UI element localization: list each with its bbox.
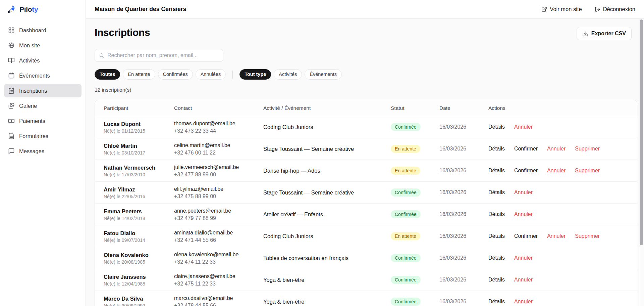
participant-cell: Amir YilmazNé(e) le 22/05/2016 bbox=[104, 186, 174, 199]
action-details[interactable]: Détails bbox=[488, 189, 505, 195]
main-area: Maison de Quartier des Cerisiers Voir mo… bbox=[86, 0, 644, 306]
participant-name: Fatou Diallo bbox=[104, 230, 174, 236]
filter-chip-evenements[interactable]: Événements bbox=[305, 69, 342, 80]
action-details[interactable]: Détails bbox=[488, 233, 505, 239]
actions-cell: DétailsConfirmerAnnulerSupprimer bbox=[488, 146, 628, 152]
inscriptions-table: ParticipantContactActivité / ÉvénementSt… bbox=[95, 100, 637, 306]
action-annuler[interactable]: Annuler bbox=[514, 189, 533, 195]
contact-cell: julie.vermeersch@email.be+32 477 88 99 0… bbox=[174, 164, 263, 178]
filter-chip-toutes[interactable]: Toutes bbox=[95, 69, 120, 80]
status-cell: En attente bbox=[391, 232, 439, 240]
action-details[interactable]: Détails bbox=[488, 168, 505, 174]
organization-title: Maison de Quartier des Cerisiers bbox=[95, 6, 186, 13]
participant-cell: Claire JanssensNé(e) le 12/04/1988 bbox=[104, 273, 174, 287]
participant-name: Olena Kovalenko bbox=[104, 252, 174, 258]
scrollbar-track[interactable] bbox=[639, 19, 644, 306]
activity-cell: Danse hip-hop — Ados bbox=[263, 168, 391, 174]
action-details[interactable]: Détails bbox=[488, 255, 505, 261]
sidebar-item-messages[interactable]: Messages bbox=[4, 144, 82, 158]
contact-phone: +32 478 44 55 66 bbox=[174, 303, 263, 306]
export-csv-button[interactable]: Exporter CSV bbox=[577, 27, 632, 40]
status-cell: Confirmée bbox=[391, 298, 439, 306]
sidebar-item-label: Galerie bbox=[19, 103, 37, 109]
sidebar-item-evenements[interactable]: Événements bbox=[4, 69, 82, 82]
contact-cell: elif.yilmaz@email.be+32 475 88 99 00 bbox=[174, 186, 263, 200]
rocket-icon bbox=[7, 4, 17, 14]
activity-cell: Atelier créatif — Enfants bbox=[263, 211, 391, 218]
action-supprimer[interactable]: Supprimer bbox=[575, 233, 600, 239]
action-annuler[interactable]: Annuler bbox=[514, 299, 533, 305]
search-input[interactable] bbox=[107, 52, 219, 58]
logout-link[interactable]: Déconnexion bbox=[595, 6, 635, 12]
participant-cell: Lucas DupontNé(e) le 01/12/2015 bbox=[104, 121, 174, 134]
participant-cell: Chloé MartinNé(e) le 03/10/2017 bbox=[104, 142, 174, 156]
actions-cell: DétailsAnnuler bbox=[488, 255, 628, 261]
participant-cell: Fatou DialloNé(e) le 09/07/2014 bbox=[104, 230, 174, 243]
status-cell: Confirmée bbox=[391, 123, 439, 131]
date-cell: 16/03/2026 bbox=[439, 299, 488, 305]
action-confirmer[interactable]: Confirmer bbox=[514, 168, 538, 174]
participant-name: Claire Janssens bbox=[104, 273, 174, 280]
contact-email: julie.vermeersch@email.be bbox=[174, 164, 263, 171]
filter-chip-annulees[interactable]: Annulées bbox=[196, 69, 226, 80]
action-annuler[interactable]: Annuler bbox=[514, 124, 533, 130]
view-site-label: Voir mon site bbox=[550, 6, 582, 12]
participant-cell: Emma PeetersNé(e) le 14/02/2018 bbox=[104, 208, 174, 221]
dashboard-grid-icon bbox=[8, 27, 15, 34]
brand-name: Piloty bbox=[19, 5, 38, 13]
contact-phone: +32 477 88 99 00 bbox=[174, 172, 263, 178]
sidebar-item-label: Inscriptions bbox=[19, 88, 47, 94]
status-badge: Confirmée bbox=[391, 276, 421, 284]
filter-chip-confirmees[interactable]: Confirmées bbox=[158, 69, 193, 80]
table-row: Olena KovalenkoNé(e) le 20/08/1985olena.… bbox=[95, 247, 637, 269]
contact-email: anne.peeters@email.be bbox=[174, 208, 263, 214]
action-annuler[interactable]: Annuler bbox=[514, 277, 533, 283]
sidebar-item-formulaires[interactable]: Formulaires bbox=[4, 129, 82, 143]
action-annuler[interactable]: Annuler bbox=[547, 233, 566, 239]
logout-icon bbox=[595, 6, 600, 12]
participant-birthdate: Né(e) le 03/10/2017 bbox=[104, 150, 174, 156]
activity-cell: Stage Toussaint — Semaine créative bbox=[263, 146, 391, 152]
filter-chip-en-attente[interactable]: En attente bbox=[123, 69, 155, 80]
participant-name: Lucas Dupont bbox=[104, 121, 174, 127]
action-details[interactable]: Détails bbox=[488, 146, 505, 152]
status-cell: En attente bbox=[391, 167, 439, 175]
action-details[interactable]: Détails bbox=[488, 277, 505, 283]
download-icon bbox=[582, 31, 588, 37]
participant-birthdate: Né(e) le 22/05/2016 bbox=[104, 194, 174, 199]
search-box bbox=[95, 49, 223, 62]
status-badge: Confirmée bbox=[391, 123, 421, 131]
table-body: Lucas DupontNé(e) le 01/12/2015thomas.du… bbox=[95, 116, 637, 306]
date-cell: 16/03/2026 bbox=[439, 255, 488, 261]
action-annuler[interactable]: Annuler bbox=[514, 255, 533, 261]
action-annuler[interactable]: Annuler bbox=[514, 211, 533, 217]
action-annuler[interactable]: Annuler bbox=[547, 146, 566, 152]
sidebar-item-inscriptions[interactable]: Inscriptions bbox=[4, 84, 82, 97]
scrollbar-thumb[interactable] bbox=[640, 19, 643, 245]
contact-cell: celine.martin@email.be+32 476 00 11 22 bbox=[174, 142, 263, 156]
filter-chip-tout-type[interactable]: Tout type bbox=[239, 69, 271, 80]
contact-phone: +32 476 00 11 22 bbox=[174, 150, 263, 156]
activity-cell: Yoga & bien-être bbox=[263, 277, 391, 283]
sidebar-item-dashboard[interactable]: Dashboard bbox=[4, 24, 82, 37]
action-details[interactable]: Détails bbox=[488, 124, 505, 130]
activity-cell: Stage Toussaint — Semaine créative bbox=[263, 189, 391, 196]
sidebar-item-label: Formulaires bbox=[19, 133, 48, 139]
sidebar-item-galerie[interactable]: Galerie bbox=[4, 99, 82, 113]
sidebar-item-activites[interactable]: Activités bbox=[4, 54, 82, 67]
action-details[interactable]: Détails bbox=[488, 299, 505, 305]
sidebar-item-label: Messages bbox=[19, 148, 44, 155]
action-supprimer[interactable]: Supprimer bbox=[575, 168, 600, 174]
contact-email: aminata.diallo@email.be bbox=[174, 229, 263, 236]
sidebar-item-mon-site[interactable]: Mon site bbox=[4, 39, 82, 52]
view-site-link[interactable]: Voir mon site bbox=[541, 6, 582, 12]
sidebar-item-paiements[interactable]: Paiements bbox=[4, 114, 82, 128]
table-row: Claire JanssensNé(e) le 12/04/1988claire… bbox=[95, 269, 637, 291]
action-details[interactable]: Détails bbox=[488, 211, 505, 217]
action-supprimer[interactable]: Supprimer bbox=[575, 146, 600, 152]
action-confirmer[interactable]: Confirmer bbox=[514, 233, 538, 239]
action-annuler[interactable]: Annuler bbox=[547, 168, 566, 174]
filter-chip-activites[interactable]: Activités bbox=[274, 69, 302, 80]
action-confirmer[interactable]: Confirmer bbox=[514, 146, 538, 152]
column-header: Statut bbox=[391, 105, 439, 111]
